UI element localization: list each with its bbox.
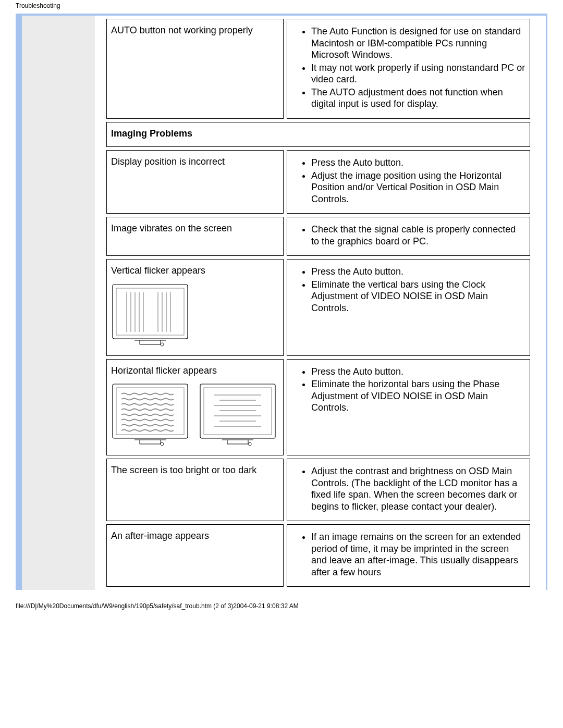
problem-cell: Horizontal flicker appears: [106, 359, 284, 456]
problem-label: Horizontal flicker appears: [111, 365, 217, 376]
list-item: Check that the signal cable is properly …: [311, 224, 525, 247]
page-header: Troubleshooting: [0, 0, 563, 9]
list-item: Press the Auto button.: [311, 157, 525, 169]
solution-cell: Press the Auto button. Eliminate the ver…: [287, 259, 530, 356]
list-item: Adjust the contrast and brightness on OS…: [311, 465, 525, 512]
list-item: Eliminate the horizontal bars using the …: [311, 378, 525, 414]
list-item: Press the Auto button.: [311, 266, 525, 278]
right-stripe: [546, 16, 547, 590]
problem-cell: AUTO button not working properly: [106, 19, 284, 119]
table-row: The screen is too bright or too dark Adj…: [106, 459, 530, 521]
table-row: Imaging Problems: [106, 122, 530, 147]
list-item: The Auto Function is designed for use on…: [311, 26, 525, 61]
list-item: If an image remains on the screen for an…: [311, 531, 525, 578]
list-item: It may not work properly if using nonsta…: [311, 62, 525, 85]
table-row: Display position is incorrect Press the …: [106, 150, 530, 214]
table-row: An after-image appears If an image remai…: [106, 524, 530, 587]
troubleshooting-table: AUTO button not working properly The Aut…: [103, 16, 533, 590]
solution-cell: Press the Auto button. Eliminate the hor…: [287, 359, 530, 456]
solution-cell: Adjust the contrast and brightness on OS…: [287, 459, 530, 521]
table-row: Horizontal flicker appears: [106, 359, 530, 456]
list-item: The AUTO adjustment does not function wh…: [311, 87, 525, 110]
left-stripe: [16, 16, 22, 590]
solution-cell: The Auto Function is designed for use on…: [287, 19, 530, 119]
monitor-vertical-flicker-icon: [111, 283, 189, 348]
solution-cell: Press the Auto button. Adjust the image …: [287, 150, 530, 214]
table-row: AUTO button not working properly The Aut…: [106, 19, 530, 119]
footer-path: file:///D|/My%20Documents/dfu/W9/english…: [0, 590, 563, 620]
problem-cell: Image vibrates on the screen: [106, 217, 284, 256]
solution-cell: If an image remains on the screen for an…: [287, 524, 530, 587]
list-item: Press the Auto button.: [311, 366, 525, 378]
content-frame: AUTO button not working properly The Aut…: [16, 14, 547, 590]
left-gray-column: [22, 16, 95, 590]
list-item: Adjust the image position using the Hori…: [311, 170, 525, 205]
problem-cell: Display position is incorrect: [106, 150, 284, 214]
table-row: Vertical flicker appears: [106, 259, 530, 356]
solution-cell: Check that the signal cable is properly …: [287, 217, 530, 256]
problem-cell: The screen is too bright or too dark: [106, 459, 284, 521]
section-heading: Imaging Problems: [106, 122, 530, 147]
problem-cell: An after-image appears: [106, 524, 284, 587]
monitor-horizontal-scribble-icon: [111, 382, 189, 448]
list-item: Eliminate the vertical bars using the Cl…: [311, 279, 525, 314]
monitor-horizontal-lines-icon: [199, 382, 277, 448]
table-row: Image vibrates on the screen Check that …: [106, 217, 530, 256]
problem-label: Vertical flicker appears: [111, 265, 205, 276]
problem-cell: Vertical flicker appears: [106, 259, 284, 356]
